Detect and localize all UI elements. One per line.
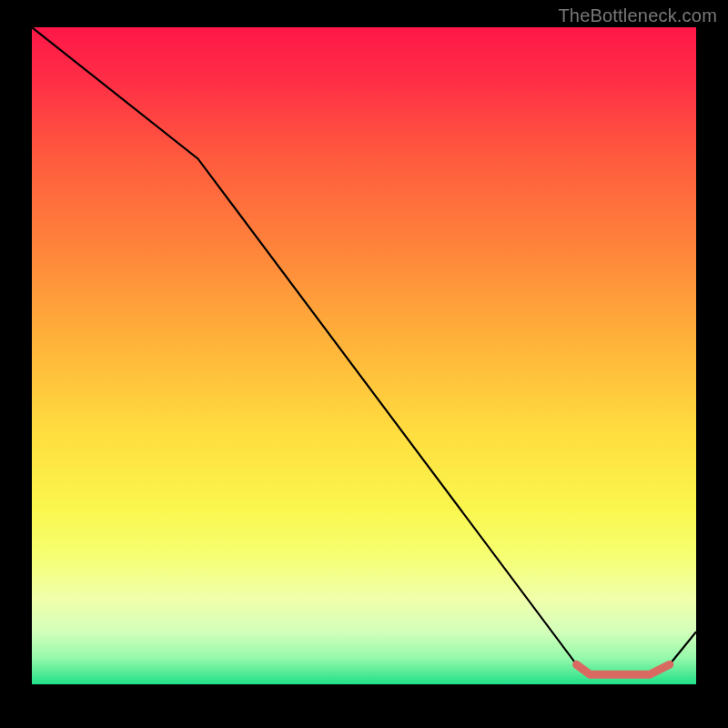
chart-svg [32,27,696,684]
highlight-segment-line [577,664,670,674]
bottleneck-curve-line [32,27,696,674]
plot-area [32,27,696,684]
chart-container: { "watermark": "TheBottleneck.com", "cha… [0,0,728,728]
watermark-text: TheBottleneck.com [558,5,717,26]
